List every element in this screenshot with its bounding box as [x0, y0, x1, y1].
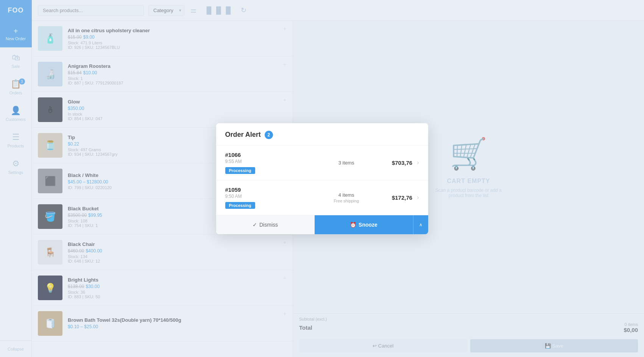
order-time-1: 9:50 AM	[225, 194, 301, 199]
check-icon: ✓	[253, 222, 257, 228]
order-number-0: #1066	[225, 152, 301, 158]
order-alert-modal: Order Alert 2 #1066 9:55 AM Processing 3…	[216, 123, 428, 234]
order-time-0: 9:55 AM	[225, 159, 301, 164]
chevron-up-icon: ∧	[419, 222, 423, 227]
dismiss-button[interactable]: ✓ Dismiss	[216, 215, 315, 234]
order-row-0: #1066 9:55 AM Processing 3 items $703,76…	[225, 152, 419, 174]
order-status-0: Processing	[225, 167, 255, 174]
order-right-1: $172,76 ›	[392, 194, 419, 201]
order-chevron-0[interactable]: ›	[417, 159, 419, 166]
order-amount-1: $172,76	[392, 194, 412, 201]
order-left-1: #1059 9:50 AM Processing	[225, 186, 301, 209]
order-items-count-0: 3 items	[301, 160, 392, 166]
order-row-1: #1059 9:50 AM Processing 4 items Free sh…	[225, 186, 419, 209]
order-item-1: #1059 9:50 AM Processing 4 items Free sh…	[216, 180, 428, 215]
order-right-0: $703,76 ›	[392, 159, 419, 166]
modal-badge: 2	[265, 131, 273, 139]
modal-header: Order Alert 2	[216, 123, 428, 146]
order-amount-0: $703,76	[392, 160, 412, 166]
order-items-count-1: 4 items	[301, 192, 392, 198]
snooze-label: Snooze	[359, 222, 377, 228]
modal-footer: ✓ Dismiss ⏰ Snooze ∧	[216, 215, 428, 234]
order-item-0: #1066 9:55 AM Processing 3 items $703,76…	[216, 146, 428, 180]
overlay: Order Alert 2 #1066 9:55 AM Processing 3…	[0, 0, 644, 357]
snooze-icon: ⏰	[350, 222, 356, 228]
snooze-expand-button[interactable]: ∧	[413, 215, 428, 234]
dismiss-label: Dismiss	[259, 222, 278, 228]
order-status-1: Processing	[225, 202, 255, 209]
modal-title: Order Alert	[225, 131, 261, 139]
order-shipping-1: Free shipping	[301, 199, 392, 203]
order-center-0: 3 items	[301, 160, 392, 166]
order-number-1: #1059	[225, 186, 301, 193]
order-chevron-1[interactable]: ›	[417, 194, 419, 201]
order-left-0: #1066 9:55 AM Processing	[225, 152, 301, 174]
order-center-1: 4 items Free shipping	[301, 192, 392, 203]
snooze-button[interactable]: ⏰ Snooze	[315, 215, 413, 234]
